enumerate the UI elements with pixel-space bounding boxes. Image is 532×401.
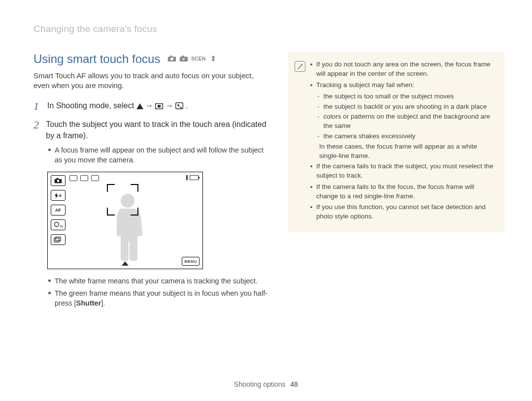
svg-point-15 (55, 222, 59, 227)
dash-icon: - (317, 132, 320, 141)
battery-icon (190, 175, 199, 180)
step-1-post: . (186, 101, 188, 110)
note-sub-item: -the camera shakes excessively (317, 132, 495, 141)
lcd-top-icon (80, 175, 88, 181)
svg-rect-17 (54, 238, 59, 242)
bullet-text: The green frame means that your subject … (55, 288, 270, 308)
left-column: Using smart touch focus P SCENE Smart To… (33, 52, 270, 308)
note-item: If you use this function, you cannot set… (310, 203, 495, 221)
lcd-battery-indicator (186, 175, 199, 180)
bullet-dot-icon (48, 149, 51, 151)
note-text: If the camera fails to fix the focus, th… (316, 183, 495, 201)
note-sub-item: -colors or patterns on the subject and t… (317, 112, 495, 131)
subject-silhouette (112, 192, 146, 261)
note-sub-text: the camera shakes excessively (324, 132, 416, 141)
bullet-item: The white frame means that your camera i… (48, 276, 270, 286)
svg-rect-1 (170, 56, 172, 57)
svg-text:OFF: OFF (60, 225, 63, 228)
manual-page: Changing the camera's focus Using smart … (0, 0, 532, 401)
focus-frame-corner (131, 208, 138, 216)
mode-icons-group: P SCENE (167, 55, 218, 62)
svg-point-11 (177, 104, 179, 106)
dash-icon: - (317, 92, 320, 101)
bullet-dot-icon (310, 186, 312, 188)
scene-text-icon: SCENE (191, 55, 206, 62)
note-sub-text: the subject is too small or the subject … (324, 92, 454, 101)
bullet-item: A focus frame will appear on the subject… (48, 145, 270, 165)
note-item: If the camera fails to track the subject… (310, 162, 495, 181)
step-2-sub-bullets: A focus frame will appear on the subject… (48, 145, 270, 165)
bullet-item: The green frame means that your subject … (48, 288, 270, 308)
page-number: 48 (290, 380, 298, 388)
intro-paragraph: Smart Touch AF allows you to track and a… (33, 71, 270, 91)
note-box: If you do not touch any area on the scre… (288, 52, 504, 232)
lcd-top-icons (69, 175, 99, 181)
bullet-dot-icon (48, 279, 51, 282)
note-sub-text: colors or patterns on the subject and th… (324, 112, 495, 131)
camera-auto-icon (167, 55, 176, 62)
svg-point-2 (170, 58, 173, 61)
signal-bar-icon (186, 175, 188, 180)
note-text: If the camera fails to track the subject… (316, 162, 495, 181)
lcd-af-button: AF (51, 205, 66, 216)
dual-is-icon (209, 55, 218, 62)
lcd-face-off-button: OFF (51, 219, 66, 230)
note-tail: In these cases, the focus frame will app… (310, 142, 495, 161)
arrow-sep-2: → (166, 101, 175, 110)
note-sub-text: the subject is backlit or you are shooti… (324, 102, 487, 112)
post-screenshot-bullets: The white frame means that your camera i… (48, 276, 270, 308)
note-sub-item: -the subject is too small or the subject… (317, 92, 495, 101)
bullet-dot-icon (310, 206, 312, 208)
note-item: Tracking a subject may fail when: (310, 81, 495, 90)
bullet-text: A focus frame will appear on the subject… (55, 145, 270, 165)
note-text: If you use this function, you cannot set… (316, 203, 495, 221)
bullet-text: The white frame means that your camera i… (55, 276, 258, 286)
page-footer: Shooting options 48 (0, 380, 532, 388)
focus-frame-corner (107, 208, 115, 216)
shutter-label: Shutter (76, 299, 101, 307)
svg-point-14 (57, 180, 60, 183)
note-icon (295, 61, 305, 72)
camera-p-icon: P (179, 55, 188, 62)
step-1-text: In Shooting mode, select → → . (47, 100, 188, 113)
up-triangle-icon (136, 103, 143, 109)
svg-marker-7 (136, 103, 143, 109)
section-heading-row: Using smart touch focus P SCENE (33, 52, 270, 66)
svg-rect-18 (56, 237, 61, 241)
step-2-text: Touch the subject you want to track in t… (46, 119, 270, 141)
lcd-menu-button: MENU (182, 257, 200, 266)
svg-text:P: P (183, 58, 185, 61)
note-item: If the camera fails to fix the focus, th… (310, 183, 495, 201)
lcd-mode-button (51, 175, 66, 186)
bullet-dot-icon (310, 84, 312, 86)
focus-frame-corner (131, 184, 138, 192)
note-tail-text: In these cases, the focus frame will app… (319, 142, 495, 161)
step-2: 2 Touch the subject you want to track in… (33, 119, 270, 141)
svg-rect-13 (57, 178, 59, 180)
note-list: If you do not touch any area on the scre… (310, 60, 495, 223)
bullet-dot-icon (48, 292, 51, 294)
two-column-layout: Using smart touch focus P SCENE Smart To… (33, 52, 504, 308)
step-1-pre: In Shooting mode, select (47, 101, 136, 110)
note-item: If you do not touch any area on the scre… (310, 60, 495, 79)
lcd-left-buttons: AF OFF (51, 175, 66, 245)
step-number: 1 (33, 100, 42, 113)
lcd-top-icon (91, 175, 99, 181)
camera-lcd-illustration: AF OFF (47, 172, 203, 269)
svg-text:SCENE: SCENE (191, 56, 206, 62)
lcd-up-arrow-icon (122, 261, 129, 266)
dash-icon: - (317, 102, 320, 112)
right-column: If you do not touch any area on the scre… (288, 52, 504, 308)
smart-touch-af-icon (175, 102, 183, 109)
dash-icon: - (317, 112, 320, 131)
note-sub-item: -the subject is backlit or you are shoot… (317, 102, 495, 112)
note-text: If you do not touch any area on the scre… (316, 60, 495, 79)
svg-point-19 (121, 194, 134, 208)
note-text: Tracking a subject may fail when: (316, 81, 414, 90)
lcd-top-icon (69, 175, 77, 181)
lcd-flash-button (51, 190, 66, 201)
step-1: 1 In Shooting mode, select → → . (33, 100, 270, 113)
bullet-dot-icon (310, 63, 312, 65)
arrow-sep-1: → (145, 101, 155, 110)
focus-rect-icon (155, 103, 163, 109)
